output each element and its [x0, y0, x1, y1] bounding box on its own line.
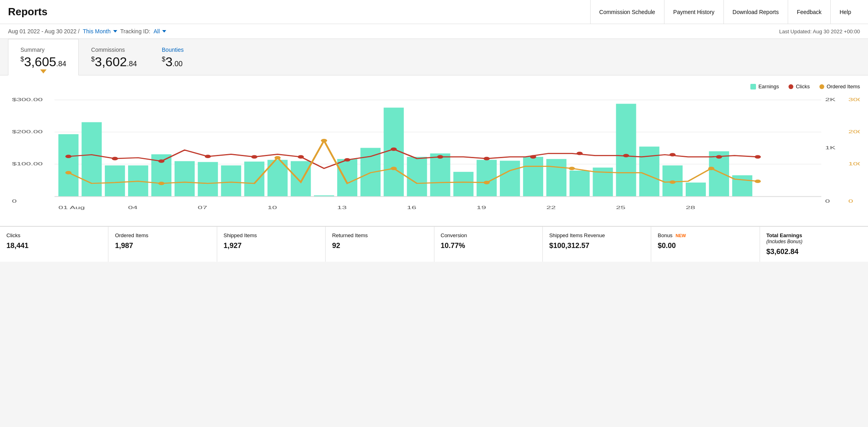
svg-text:04: 04: [128, 205, 138, 210]
tab-summary-label: Summary: [20, 47, 66, 53]
total-earnings-value: $3,602.84: [766, 248, 862, 256]
svg-text:13: 13: [337, 205, 347, 210]
tab-bounties[interactable]: Bounties $3.00: [149, 39, 196, 75]
chevron-down-icon: [113, 30, 117, 33]
legend-earnings: Earnings: [750, 83, 779, 89]
this-month-dropdown[interactable]: This Month: [83, 28, 117, 35]
svg-text:0: 0: [848, 198, 853, 204]
new-badge: NEW: [676, 233, 686, 238]
nav-payment-history[interactable]: Payment History: [664, 0, 723, 24]
items-dot-9: [708, 167, 714, 170]
clicks-dot-15: [716, 155, 722, 159]
bar-7: [198, 162, 218, 196]
svg-text:19: 19: [477, 205, 486, 210]
table-cell-returned-items: Returned Items 92: [326, 227, 434, 262]
tab-summary-value: $3,605.84: [20, 55, 66, 69]
items-dot-7: [569, 167, 575, 170]
svg-text:25: 25: [616, 205, 626, 210]
table-cell-shipped-revenue: Shipped Items Revenue $100,312.57: [543, 227, 651, 262]
bar-17: [430, 153, 450, 196]
shipped-revenue-header: Shipped Items Revenue: [549, 232, 644, 238]
clicks-header: Clicks: [6, 232, 102, 238]
date-range-text: Aug 01 2022 - Aug 30 2022 /: [8, 28, 79, 35]
clicks-dot-11: [530, 155, 536, 159]
svg-text:100: 100: [848, 161, 860, 167]
bar-22: [546, 159, 566, 196]
tab-commissions[interactable]: Commissions $3,602.84: [79, 39, 149, 75]
items-dot-6: [483, 181, 489, 185]
nav-feedback[interactable]: Feedback: [788, 0, 830, 24]
svg-text:01 Aug: 01 Aug: [58, 205, 85, 210]
bar-16: [407, 157, 427, 196]
shipped-items-value: 1,927: [224, 242, 319, 250]
clicks-dot-7: [344, 158, 350, 162]
table-cell-clicks: Clicks 18,441: [0, 227, 108, 262]
items-dot-10: [755, 179, 761, 183]
svg-text:0: 0: [825, 198, 830, 204]
clicks-dot-12: [577, 152, 583, 155]
bar-12: [314, 195, 334, 196]
main-chart: $300.00 $200.00 $100.00 0 2K 1K 0 300 20…: [8, 94, 860, 222]
bar-26: [639, 146, 659, 196]
chart-section: Earnings Clicks Ordered Items $300.00 $2…: [0, 75, 868, 226]
tab-commissions-label: Commissions: [91, 47, 137, 53]
chart-legend: Earnings Clicks Ordered Items: [8, 83, 860, 89]
clicks-value: 18,441: [6, 242, 102, 250]
bar-6: [175, 161, 195, 196]
tab-bounties-label: Bounties: [162, 47, 183, 53]
bar-23: [570, 171, 590, 196]
tab-summary[interactable]: Summary $3,605.84: [8, 39, 79, 75]
clicks-legend-label: Clicks: [796, 83, 810, 89]
tab-active-arrow-icon: [40, 69, 47, 73]
clicks-dot-1: [65, 155, 71, 159]
clicks-dot-14: [669, 153, 675, 157]
items-dot-5: [391, 167, 397, 170]
conversion-value: 10.77%: [441, 242, 536, 250]
bar-9: [244, 162, 264, 196]
top-bar: Reports Commission Schedule Payment Hist…: [0, 0, 868, 24]
clicks-dot-2: [112, 157, 118, 161]
table-cell-ordered-items: Ordered Items 1,987: [108, 227, 217, 262]
bar-1: [58, 134, 78, 196]
clicks-dot-4: [205, 155, 211, 159]
last-updated: Last Updated: Aug 30 2022 +00:00: [779, 28, 860, 35]
bonus-value: $0.00: [658, 242, 753, 250]
clicks-dot-8: [391, 147, 397, 151]
nav-commission-schedule[interactable]: Commission Schedule: [590, 0, 664, 24]
svg-text:10: 10: [267, 205, 277, 210]
table-cell-bonus: Bonus NEW $0.00: [651, 227, 760, 262]
svg-text:300: 300: [848, 97, 860, 102]
shipped-items-header: Shipped Items: [224, 232, 319, 238]
tabs-section: Summary $3,605.84 Commissions $3,602.84 …: [0, 39, 868, 75]
returned-items-header: Returned Items: [332, 232, 427, 238]
nav-download-reports[interactable]: Download Reports: [723, 0, 788, 24]
tracking-value-label: All: [153, 28, 160, 35]
svg-text:200: 200: [848, 129, 860, 134]
svg-text:$200.00: $200.00: [12, 129, 43, 134]
ordered-items-header: Ordered Items: [115, 232, 210, 238]
summary-table: Clicks 18,441 Ordered Items 1,987 Shippe…: [0, 226, 868, 262]
nav-help[interactable]: Help: [830, 0, 860, 24]
bar-3: [105, 165, 125, 196]
items-dot-4: [321, 139, 327, 142]
tracking-dropdown[interactable]: All: [153, 28, 166, 35]
table-cell-total-earnings: Total Earnings (Includes Bonus) $3,602.8…: [760, 227, 868, 262]
table-cell-conversion: Conversion 10.77%: [434, 227, 543, 262]
items-dot-1: [65, 171, 71, 175]
svg-text:1K: 1K: [825, 145, 836, 150]
shipped-revenue-value: $100,312.57: [549, 242, 644, 250]
clicks-dot-10: [483, 157, 489, 161]
total-earnings-header: Total Earnings (Includes Bonus): [766, 232, 862, 244]
clicks-dot-9: [437, 155, 443, 159]
clicks-dot-5: [251, 155, 257, 159]
table-cell-shipped-items: Shipped Items 1,927: [217, 227, 326, 262]
bar-2: [82, 122, 102, 196]
ordered-items-legend-icon: [819, 84, 824, 89]
tracking-label: Tracking ID:: [120, 28, 151, 35]
tab-commissions-value: $3,602.84: [91, 55, 137, 69]
clicks-dot-16: [755, 155, 761, 159]
legend-ordered-items: Ordered Items: [819, 83, 860, 89]
bar-13: [337, 159, 357, 196]
svg-text:$300.00: $300.00: [12, 97, 43, 102]
filter-left: Aug 01 2022 - Aug 30 2022 / This Month T…: [8, 28, 166, 35]
